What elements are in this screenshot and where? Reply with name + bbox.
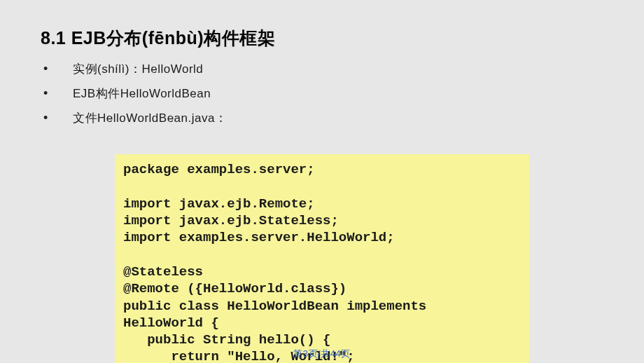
list-item: • 实例(shílì)：HelloWorld xyxy=(43,61,603,77)
page-number: 第3页/共44页 xyxy=(0,348,644,360)
list-item: • EJB构件HelloWorldBean xyxy=(43,85,603,102)
bullet-list: • 实例(shílì)：HelloWorld • EJB构件HelloWorld… xyxy=(43,61,603,126)
code-container: package examples.server; import javax.ej… xyxy=(41,154,603,363)
bullet-dot: • xyxy=(43,111,73,125)
bullet-text: 实例(shílì)：HelloWorld xyxy=(73,61,203,77)
bullet-dot: • xyxy=(43,86,73,101)
bullet-text: EJB构件HelloWorldBean xyxy=(73,85,211,102)
bullet-text: 文件HelloWorldBean.java： xyxy=(73,110,227,126)
section-heading: 8.1 EJB分布(fēnbù)构件框架 xyxy=(41,27,603,50)
code-block: package examples.server; import javax.ej… xyxy=(115,154,529,363)
bullet-dot: • xyxy=(43,62,73,76)
list-item: • 文件HelloWorldBean.java： xyxy=(43,110,603,126)
slide-content: 8.1 EJB分布(fēnbù)构件框架 • 实例(shílì)：HelloWo… xyxy=(0,0,644,363)
